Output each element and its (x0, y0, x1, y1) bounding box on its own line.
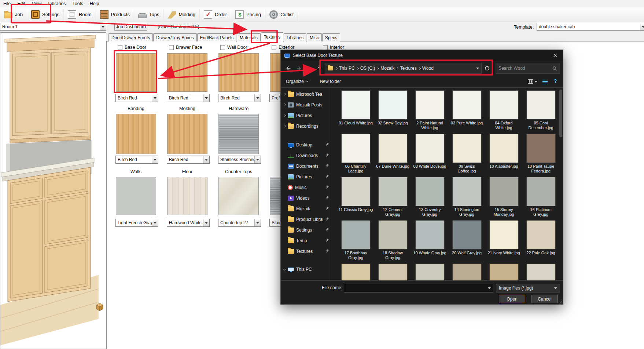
sidebar-item[interactable]: Mozaik Posts (281, 99, 331, 110)
file-item[interactable]: 03 Pure White.jpg (448, 90, 485, 134)
toolbar-button[interactable]: Tops (134, 8, 163, 21)
breadcrumb[interactable]: This PC OS (C:) Mozaik Textures Wood (325, 63, 482, 74)
file-item[interactable]: 22 Pale Oak.jpg (522, 220, 556, 263)
sidebar-item[interactable]: Temp (281, 235, 331, 246)
sidebar-item-this-pc[interactable]: This PC (281, 264, 331, 275)
toolbar-button[interactable]: Settings (27, 8, 64, 21)
file-item[interactable]: 15 Stormy Monday.jpg (485, 177, 522, 220)
file-item[interactable]: 10 Paint Taupe Fedora.jpg (522, 134, 556, 177)
file-item[interactable]: 18 Shadow Gray.jpg (374, 220, 411, 263)
menu-item[interactable]: Help (87, 0, 103, 7)
menu-item[interactable]: Tools (69, 0, 87, 7)
room-3d-view[interactable] (0, 32, 106, 349)
tab[interactable]: Libraries (284, 33, 306, 41)
toolbar-button[interactable]: Pricing (231, 8, 265, 21)
room-select[interactable]: Room 1 (0, 23, 106, 31)
base-door-texture-select[interactable]: Birch Red (115, 94, 158, 102)
menu-item[interactable]: Edit (14, 0, 29, 7)
file-item[interactable]: 17 Boothbay Gray.jpg (337, 220, 374, 263)
open-button[interactable]: Open (499, 295, 525, 303)
details-pane-icon[interactable] (542, 79, 548, 84)
file-item[interactable] (374, 263, 411, 280)
sidebar-item[interactable]: Recordings (281, 121, 331, 131)
file-item[interactable]: 04 Oxford White.jpg (485, 90, 522, 134)
banding-swatch[interactable] (116, 114, 156, 154)
file-type-select[interactable]: Image files (*.jpg) (496, 284, 560, 292)
toolbar-button[interactable]: Products (96, 8, 134, 21)
file-item[interactable] (485, 263, 522, 280)
file-item[interactable] (522, 263, 556, 280)
breadcrumb-item[interactable]: OS (C:) (360, 66, 375, 71)
base-door-checkbox[interactable] (118, 45, 122, 50)
breadcrumb-item[interactable]: Textures (400, 66, 416, 71)
dialog-title-bar[interactable]: Select Base Door Texture (281, 50, 563, 61)
file-item[interactable] (411, 263, 448, 280)
tab[interactable]: Drawer/Tray Boxes (153, 33, 196, 41)
tab[interactable]: Textures (261, 32, 283, 41)
floor-texture-select[interactable]: Hardwood White As (167, 219, 210, 227)
forward-icon[interactable] (294, 63, 303, 73)
wall-door-checkbox[interactable] (220, 45, 225, 50)
menu-item[interactable]: File (0, 0, 14, 7)
cancel-button[interactable]: Cancel (531, 295, 558, 303)
tab[interactable]: Misc (307, 33, 322, 41)
organize-button[interactable]: Organize (286, 79, 308, 84)
molding-texture-select[interactable]: Birch Red (167, 156, 210, 164)
banding-texture-select[interactable]: Birch Red (115, 156, 158, 164)
resize-grip[interactable] (558, 299, 562, 303)
file-item[interactable]: 20 Wolf Gray.jpg (448, 220, 485, 263)
tab[interactable]: Materials (237, 33, 261, 41)
tab[interactable]: End/Back Panels (197, 33, 236, 41)
file-item[interactable]: 02 Snow Day.jpg (374, 90, 411, 134)
file-item[interactable]: 2 Paint Natural White.jpg (411, 90, 448, 134)
help-icon[interactable] (553, 79, 558, 84)
drawer-face-swatch[interactable] (167, 53, 207, 92)
sidebar-item[interactable]: Pictures (281, 110, 331, 121)
toolbar-button[interactable]: Job (0, 8, 27, 21)
file-item[interactable]: 01 Cloud White.jpg (337, 90, 374, 134)
sidebar-item[interactable]: Textures (281, 246, 331, 257)
sidebar-item[interactable]: Microsoft Tea (281, 89, 331, 99)
wall-door-swatch[interactable] (218, 53, 259, 92)
file-item[interactable]: 06 Chantilly Lace.jpg (337, 134, 374, 177)
file-item[interactable] (448, 263, 485, 280)
tab[interactable]: Specs (322, 33, 340, 41)
file-item[interactable] (337, 263, 374, 280)
walls-texture-select[interactable]: Light French Gray (115, 219, 158, 227)
sidebar-item[interactable]: Videos (281, 193, 331, 203)
recent-locations-icon[interactable] (304, 63, 314, 73)
refresh-icon[interactable] (482, 63, 492, 73)
menu-item[interactable]: View (29, 0, 45, 7)
file-item[interactable]: 16 Platinum Grey.jpg (522, 177, 556, 220)
view-mode-button[interactable] (528, 79, 537, 84)
file-item[interactable]: 21 Ivory White.jpg (485, 220, 522, 263)
file-item[interactable]: 08 White Dove.jpg (411, 134, 448, 177)
sidebar-item[interactable]: Product Librarie (281, 214, 331, 225)
search-input[interactable] (498, 66, 550, 71)
interior-checkbox[interactable] (323, 45, 328, 50)
wall-door-texture-select[interactable]: Birch Red (218, 94, 261, 102)
file-item[interactable]: 07 Dune White.jpg (374, 134, 411, 177)
drawer-face-texture-select[interactable]: Birch Red (167, 94, 210, 102)
file-item[interactable]: 13 Coventry Gray.jpg (411, 177, 448, 220)
drawer-face-checkbox[interactable] (169, 45, 174, 50)
address-dropdown-icon[interactable] (476, 68, 479, 69)
sidebar-item[interactable]: Desktop (281, 139, 331, 150)
scrollbar-thumb[interactable] (559, 90, 562, 137)
breadcrumb-item[interactable]: Wood (422, 66, 434, 71)
breadcrumb-item[interactable]: This PC (339, 66, 355, 71)
file-item[interactable]: 11 Classic Grey.jpg (337, 177, 374, 220)
base-door-swatch[interactable] (116, 53, 156, 92)
counter-tops-texture-select[interactable]: Countertop 27 (218, 219, 261, 227)
tab[interactable]: Door/Drawer Fronts (108, 33, 153, 41)
breadcrumb-item[interactable]: Mozaik (380, 66, 394, 71)
exterior-checkbox[interactable] (272, 45, 276, 50)
toolbar-button[interactable]: Cutlist (265, 8, 298, 21)
walls-swatch[interactable] (116, 177, 156, 215)
toolbar-button[interactable]: Room (64, 8, 96, 21)
template-select[interactable]: double shaker cab (537, 23, 644, 31)
file-item[interactable]: 09 Swiss Coffee.jpg (448, 134, 485, 177)
floor-swatch[interactable] (167, 177, 207, 215)
menu-item[interactable]: Libraries (45, 0, 69, 7)
sidebar-item[interactable]: Music (281, 182, 331, 193)
